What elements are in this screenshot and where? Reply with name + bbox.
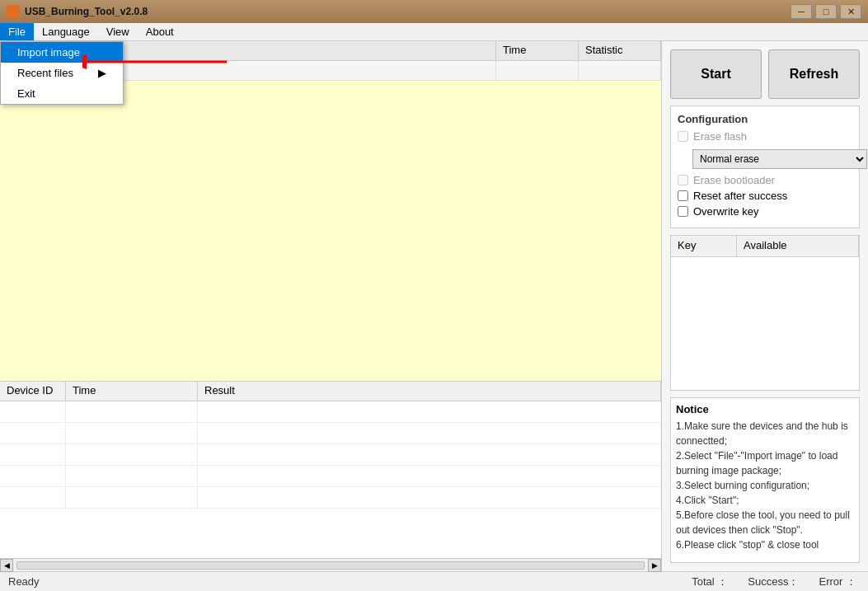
- log-row: [0, 401, 661, 423]
- main-content: Time Statistic USB 2 t success Device ID…: [0, 41, 868, 571]
- yellow-display-area: [0, 81, 661, 381]
- scroll-left-btn[interactable]: ◀: [0, 559, 13, 572]
- status-bar: Ready Total ： Success： Error ：: [0, 571, 868, 591]
- log-row: [0, 444, 661, 466]
- col-header-statistic: Statistic: [579, 41, 661, 60]
- overwrite-key-label: Overwrite key: [693, 205, 758, 218]
- key-table-header: Key Available: [671, 236, 859, 257]
- log-col-time: Time: [66, 382, 198, 401]
- scroll-track[interactable]: [16, 561, 645, 570]
- left-panel: Time Statistic USB 2 t success Device ID…: [0, 41, 662, 571]
- configuration-section: Configuration Erase flash Normal erase E…: [670, 106, 860, 228]
- col-header-time: Time: [496, 41, 579, 60]
- title-bar: USB_Burning_Tool_v2.0.8 ─ □ ✕: [0, 0, 868, 23]
- key-col-available: Available: [737, 236, 859, 256]
- file-dropdown-menu: Import image Recent files ▶ Exit: [0, 41, 124, 105]
- device-time-cell: [496, 61, 579, 80]
- window-controls: ─ □ ✕: [791, 4, 861, 19]
- status-success: Success：: [748, 575, 802, 589]
- erase-flash-row: Erase flash: [678, 130, 852, 143]
- maximize-button[interactable]: □: [815, 4, 837, 19]
- action-buttons: Start Refresh: [670, 49, 860, 99]
- menu-item-import-image[interactable]: Import image: [1, 42, 123, 63]
- status-error: Error ：: [819, 575, 861, 589]
- menu-view[interactable]: View: [98, 23, 138, 40]
- erase-mode-select[interactable]: Normal erase: [692, 149, 867, 169]
- reset-after-success-label: Reset after success: [693, 190, 787, 202]
- close-button[interactable]: ✕: [840, 4, 861, 19]
- status-total: Total ：: [692, 575, 731, 589]
- reset-after-success-row: Reset after success: [678, 190, 852, 202]
- log-col-result: Result: [198, 382, 661, 401]
- notice-section: Notice 1.Make sure the devices and the h…: [670, 397, 860, 563]
- log-row: [0, 466, 661, 487]
- horizontal-scrollbar[interactable]: ◀ ▶: [0, 558, 661, 571]
- key-table: Key Available: [670, 235, 860, 391]
- log-row: [0, 487, 661, 509]
- log-row: [0, 423, 661, 444]
- status-ready: Ready: [8, 575, 40, 588]
- overwrite-key-row: Overwrite key: [678, 205, 852, 218]
- window-title: USB_Burning_Tool_v2.0.8: [25, 6, 791, 17]
- device-status-cell: t success: [66, 61, 496, 80]
- erase-flash-label: Erase flash: [693, 130, 747, 143]
- log-table-header: Device ID Time Result: [0, 382, 661, 401]
- right-panel: Start Refresh Configuration Erase flash …: [662, 41, 868, 571]
- menu-file[interactable]: File: [0, 23, 34, 40]
- notice-title: Notice: [676, 403, 854, 415]
- refresh-button[interactable]: Refresh: [768, 49, 860, 99]
- device-stat-cell: [579, 61, 661, 80]
- menu-item-recent-files[interactable]: Recent files ▶: [1, 63, 123, 83]
- minimize-button[interactable]: ─: [791, 4, 812, 19]
- notice-content: 1.Make sure the devices and the hub is c…: [676, 419, 854, 552]
- overwrite-key-checkbox[interactable]: [678, 206, 688, 217]
- log-col-device-id: Device ID: [0, 382, 66, 401]
- menu-bar: File Language View About: [0, 23, 868, 41]
- scroll-right-btn[interactable]: ▶: [648, 559, 661, 572]
- col-header-status: [66, 41, 496, 60]
- erase-flash-checkbox[interactable]: [678, 131, 688, 142]
- log-section: Device ID Time Result: [0, 381, 661, 571]
- log-rows-container: [0, 401, 661, 558]
- app-window: USB_Burning_Tool_v2.0.8 ─ □ ✕ File Langu…: [0, 0, 868, 591]
- key-col-key: Key: [671, 236, 737, 256]
- erase-bootloader-row: Erase bootloader: [678, 174, 852, 186]
- config-title: Configuration: [678, 113, 852, 125]
- erase-bootloader-label: Erase bootloader: [693, 174, 775, 186]
- menu-language[interactable]: Language: [34, 23, 98, 40]
- app-icon: [7, 5, 20, 18]
- erase-bootloader-checkbox[interactable]: [678, 175, 688, 185]
- menu-about[interactable]: About: [138, 23, 182, 40]
- reset-after-success-checkbox[interactable]: [678, 190, 688, 201]
- menu-item-exit[interactable]: Exit: [1, 83, 123, 104]
- start-button[interactable]: Start: [670, 49, 762, 99]
